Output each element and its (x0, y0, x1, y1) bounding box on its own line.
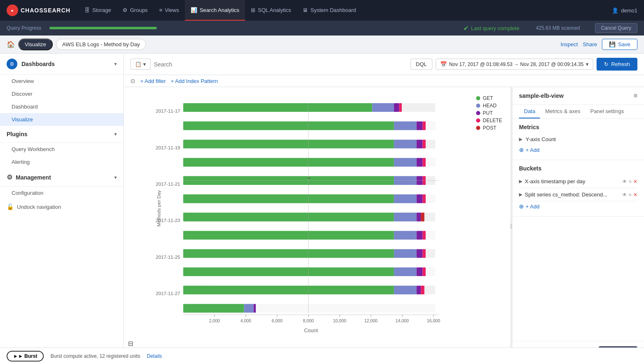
bucket-x-icon-1[interactable]: ✕ (633, 179, 637, 184)
logo: ● CHAOSSEARCH (7, 5, 71, 16)
home-icon[interactable]: 🏠 (7, 40, 15, 48)
burst-details-link[interactable]: Details (147, 353, 162, 359)
panel-menu-icon[interactable]: ≡ (634, 92, 637, 99)
svg-text:8,000: 8,000 (303, 318, 314, 323)
sidebar-item-dashboard[interactable]: Dashboard (0, 100, 123, 113)
svg-text:2017-11-27: 2017-11-27 (156, 291, 180, 296)
svg-rect-44 (417, 213, 421, 221)
add-filter-button[interactable]: + Add filter (140, 78, 166, 84)
legend-head: HEAD (476, 103, 502, 109)
logo-icon: ● (7, 5, 18, 16)
nav-groups[interactable]: ⚙ Groups (117, 0, 153, 21)
bucket-equals-icon-1[interactable]: = (629, 179, 632, 184)
nav-views[interactable]: ≡ Views (153, 0, 185, 21)
svg-rect-42 (183, 213, 394, 221)
svg-rect-46 (183, 231, 394, 240)
cancel-query-button[interactable]: Cancel Query (595, 23, 637, 33)
search-bar: 📋 ▾ DQL 📅 Nov 17, 2017 @ 01:08:49.53 → N… (124, 54, 644, 75)
chart-table-icon[interactable]: ⊟ (128, 340, 133, 347)
title-breadcrumb[interactable]: AWS ELB Logs - Method by Day (56, 39, 146, 50)
buckets-section: Buckets ▶ X-axis timestamp per day 👁 = ✕… (512, 160, 644, 217)
svg-text:2017-11-21: 2017-11-21 (156, 182, 180, 187)
metrics-add-button[interactable]: ⊕ + Add (519, 145, 637, 155)
metrics-title: Metrics (519, 124, 637, 130)
content-area: 📋 ▾ DQL 📅 Nov 17, 2017 @ 01:08:49.53 → N… (124, 54, 644, 364)
buckets-add-button[interactable]: ⊕ + Add (519, 201, 637, 211)
sidebar-item-alerting[interactable]: Alerting (0, 156, 123, 168)
svg-rect-23 (394, 121, 417, 130)
sidebar-item-configuration[interactable]: Configuration (0, 187, 123, 199)
management-section-header[interactable]: ⚙ Management ▾ (0, 168, 123, 187)
logo-text: CHAOSSEARCH (21, 7, 71, 14)
user-menu[interactable]: 👤 demo1 (612, 7, 637, 14)
chart-svg: 2017-11-17 2017-11-19 2017-11-21 2017-11… (128, 95, 506, 339)
tab-metrics-axes[interactable]: Metrics & axes (540, 105, 585, 118)
search-input[interactable] (154, 59, 407, 70)
tab-data[interactable]: Data (519, 105, 540, 118)
date-range-text: Nov 17, 2017 @ 01:08:49.53 → Nov 28, 201… (449, 61, 584, 67)
legend-delete: DELETE (476, 118, 502, 123)
dql-button[interactable]: DQL (410, 59, 432, 70)
legend-get: GET (476, 95, 502, 101)
svg-rect-33 (422, 158, 425, 167)
sidebar-item-discover[interactable]: Discover (0, 87, 123, 100)
svg-rect-22 (183, 121, 394, 130)
lock-icon: 🔓 (7, 203, 14, 210)
chart-legend: GET HEAD PUT DELETE (476, 95, 502, 131)
nav-storage[interactable]: 🗄 Storage (79, 0, 117, 21)
bucket-x-icon-2[interactable]: ✕ (633, 192, 637, 198)
svg-text:12,000: 12,000 (364, 318, 377, 323)
tab-panel-settings[interactable]: Panel settings (585, 105, 629, 118)
svg-rect-27 (394, 139, 417, 148)
scanned-text: 425.63 MB scanned (536, 25, 580, 31)
svg-text:Methods per Day: Methods per Day (156, 190, 161, 227)
legend-put: PUT (476, 110, 502, 116)
plugins-section-header[interactable]: Plugins ▾ (0, 126, 123, 143)
collapse-icon[interactable]: ⊙ (130, 78, 135, 84)
dashboards-section-header[interactable]: D Dashboards ▾ (0, 54, 123, 75)
share-button[interactable]: Share (583, 41, 597, 47)
svg-rect-52 (417, 249, 423, 258)
sidebar-item-visualize[interactable]: Visualize (0, 113, 123, 126)
legend-dot-head (476, 104, 480, 108)
svg-rect-51 (394, 249, 417, 258)
metrics-plus-icon: ⊕ (519, 147, 524, 153)
undock-navigation[interactable]: 🔓 Undock navigation (0, 199, 123, 214)
metric-yaxis[interactable]: ▶ Y-axis Count (519, 134, 637, 145)
svg-rect-61 (421, 286, 424, 294)
svg-rect-40 (417, 194, 423, 203)
search-type-icon: 📋 (135, 61, 142, 67)
bucket-split: ▶ Split series cs_method: Descend... 👁 =… (519, 188, 637, 201)
legend-post: POST (476, 125, 502, 131)
bucket-xaxis: ▶ X-axis timestamp per day 👁 = ✕ (519, 175, 637, 188)
svg-rect-29 (422, 139, 425, 148)
inspect-button[interactable]: Inspect (561, 41, 578, 47)
add-index-button[interactable]: + Add Index Pattern (171, 78, 218, 84)
svg-text:2,000: 2,000 (209, 318, 220, 323)
management-title: ⚙ Management (7, 173, 51, 181)
bucket-eye-icon-2[interactable]: 👁 (622, 192, 627, 198)
svg-rect-64 (254, 304, 256, 312)
svg-text:Count: Count (304, 328, 318, 333)
bucket-equals-icon-2[interactable]: = (629, 192, 632, 198)
buckets-plus-icon: ⊕ (519, 203, 524, 210)
save-button[interactable]: 💾 Save (602, 39, 637, 50)
burst-button[interactable]: ►► Burst (7, 351, 44, 362)
search-type-button[interactable]: 📋 ▾ (130, 59, 151, 70)
system-dashboard-icon: 🖥 (302, 7, 308, 13)
nav-sql-analytics[interactable]: ⊞ SQL Analytics (245, 0, 297, 21)
progress-fill (50, 27, 157, 29)
sidebar-item-query-workbench[interactable]: Query Workbench (0, 143, 123, 156)
main-layout: D Dashboards ▾ Overview Discover Dashboa… (0, 54, 644, 364)
bucket-eye-icon-1[interactable]: 👁 (622, 179, 627, 184)
panel-tabs: Data Metrics & axes Panel settings (512, 105, 644, 119)
sidebar-item-overview[interactable]: Overview (0, 75, 123, 87)
refresh-button[interactable]: ↻ Refresh (597, 58, 637, 71)
svg-rect-57 (422, 267, 425, 276)
date-picker-button[interactable]: 📅 Nov 17, 2017 @ 01:08:49.53 → Nov 28, 2… (436, 59, 594, 70)
views-icon: ≡ (159, 7, 163, 13)
nav-search-analytics[interactable]: 📊 Search Analytics (185, 0, 245, 21)
visualize-breadcrumb[interactable]: Visualize (18, 38, 53, 50)
nav-system-dashboard[interactable]: 🖥 System Dashboard (297, 0, 362, 21)
sidebar: D Dashboards ▾ Overview Discover Dashboa… (0, 54, 124, 364)
